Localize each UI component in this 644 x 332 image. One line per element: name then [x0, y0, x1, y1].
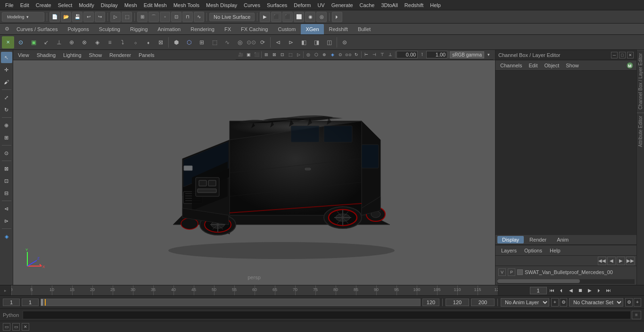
vp-menu-renderer[interactable]: Renderer — [107, 51, 134, 59]
xgen-tool-21[interactable]: ⟳ — [256, 36, 269, 49]
current-frame-input[interactable] — [3, 299, 20, 306]
tab-curves-surfaces[interactable]: Curves / Surfaces — [12, 24, 62, 34]
snap-to-curve[interactable]: ⌒ — [149, 12, 159, 22]
vp-icon-20[interactable]: ⊺ — [418, 51, 426, 58]
menu-edit[interactable]: Edit — [17, 1, 33, 9]
vp-coord-x-input[interactable] — [396, 51, 418, 58]
menu-redshift[interactable]: Redshift — [401, 1, 427, 9]
cb-close-btn[interactable]: ✕ — [627, 52, 634, 58]
layers-btn-2[interactable]: ◀ — [607, 257, 616, 265]
attribute-editor-tab[interactable]: Attribute Editor — [637, 113, 644, 150]
vp-icon-15[interactable]: ↻ — [353, 51, 360, 58]
cb-max-btn[interactable]: □ — [619, 52, 626, 58]
tool18[interactable]: ⊳ — [1, 215, 12, 227]
menu-edit-mesh[interactable]: Edit Mesh — [140, 1, 170, 9]
timeline-ruler[interactable]: 0510152025303540455055606570758085909510… — [11, 285, 498, 296]
menu-help[interactable]: Help — [427, 1, 444, 9]
snap-to-view[interactable]: ⊡ — [171, 12, 182, 22]
char-set-btn-2[interactable]: + — [634, 298, 641, 307]
step-fwd-btn[interactable]: ⏵ — [595, 286, 603, 295]
menu-select[interactable]: Select — [55, 1, 76, 9]
vp-icon-2[interactable]: ▣ — [245, 51, 252, 58]
layers-menu-layers[interactable]: Layers — [498, 247, 520, 254]
xgen-tool-15[interactable]: ⬡ — [183, 36, 195, 49]
viewport[interactable]: X Y Z persp — [13, 60, 495, 285]
menu-surfaces[interactable]: Surfaces — [264, 1, 290, 9]
layers-btn-1[interactable]: ◀◀ — [598, 257, 606, 265]
xgen-tool-3[interactable]: ▣ — [27, 36, 40, 49]
vp-cam-icon[interactable]: 🎥 — [237, 51, 244, 58]
extra-btn-1[interactable]: ⏵ — [332, 12, 342, 22]
xgen-tool-5[interactable]: ⊥ — [53, 36, 65, 49]
vp-icon-19[interactable]: ⊥ — [387, 51, 394, 58]
render2-btn[interactable]: ⬛ — [271, 12, 281, 22]
vp-menu-panels[interactable]: Panels — [136, 51, 157, 59]
go-end-btn[interactable]: ⏭ — [604, 286, 613, 295]
vp-icon-13[interactable]: ⊙ — [337, 51, 344, 58]
menu-uv[interactable]: UV — [314, 1, 328, 9]
xgen-tool-27[interactable]: ⊜ — [339, 36, 351, 49]
current-frame-right[interactable] — [530, 287, 547, 294]
xgen-tool-16[interactable]: ⊞ — [196, 36, 208, 49]
go-start-btn[interactable]: ⏮ — [548, 286, 556, 295]
tab-settings-gear[interactable]: ⚙ — [3, 25, 11, 33]
python-panel-btn[interactable]: ≡ — [632, 311, 641, 319]
xgen-tool-26[interactable]: ◫ — [323, 36, 335, 49]
tab-rigging[interactable]: Rigging — [125, 24, 152, 34]
menu-cache[interactable]: Cache — [356, 1, 378, 9]
xgen-tool-10[interactable]: ⤵ — [116, 36, 129, 49]
render5-btn[interactable]: ◉ — [305, 12, 315, 22]
component-btn[interactable]: ⊞ — [1, 132, 12, 143]
render3-btn[interactable]: ⬛ — [282, 12, 293, 22]
char-set-btn-1[interactable]: ⚙ — [625, 298, 633, 307]
menu-deform[interactable]: Deform — [290, 1, 314, 9]
tab-fx[interactable]: FX — [220, 24, 236, 34]
cb-menu-channels[interactable]: Channels — [497, 62, 525, 69]
move-tool-btn[interactable]: ✛ — [1, 64, 12, 75]
snap-tool-4[interactable]: ⊓ — [182, 12, 193, 22]
xgen-tool-7[interactable]: ⊗ — [78, 36, 91, 49]
xgen-tool-20[interactable]: ⊙⊙ — [247, 36, 256, 49]
tab-polygons[interactable]: Polygons — [63, 24, 93, 34]
undo-btn[interactable]: ↩ — [83, 12, 94, 22]
menu-mesh-tools[interactable]: Mesh Tools — [170, 1, 203, 9]
xgen-tool-1[interactable]: ✕ — [2, 36, 14, 49]
play-back-btn[interactable]: ◀ — [567, 286, 575, 295]
xgen-tool-8[interactable]: ◈ — [91, 36, 103, 49]
layer-item[interactable]: V P SWAT_Van_Bulletproof_Mercedes_00 — [496, 267, 636, 277]
xgen-tool-23[interactable]: ⊳ — [285, 36, 297, 49]
xgen-tool-2[interactable]: ⊙ — [15, 36, 27, 49]
xgen-tool-12[interactable]: ⬧ — [142, 36, 154, 49]
cb-menu-show[interactable]: Show — [563, 62, 582, 69]
tab-bullet[interactable]: Bullet — [353, 24, 376, 34]
open-scene-btn[interactable]: 📂 — [61, 12, 71, 22]
vp-icon-8[interactable]: ▷ — [295, 51, 302, 58]
python-input-area[interactable] — [23, 311, 631, 319]
range-end-input[interactable] — [422, 299, 439, 306]
menu-mesh[interactable]: Mesh — [121, 1, 140, 9]
tab-custom[interactable]: Custom — [273, 24, 301, 34]
vp-icon-12[interactable]: ◈ — [329, 51, 336, 58]
win-close-btn[interactable]: ✕ — [22, 323, 29, 331]
vp-icon-3[interactable]: ⬛ — [253, 51, 260, 58]
anim-layer-btn-2[interactable]: ⚙ — [560, 298, 567, 307]
step-back-btn[interactable]: ⏴ — [557, 286, 566, 295]
anim-layer-btn-1[interactable]: + — [551, 298, 559, 307]
tab-xgen[interactable]: XGen — [301, 24, 323, 34]
vp-menu-show[interactable]: Show — [86, 51, 105, 59]
cb-menu-edit[interactable]: Edit — [526, 62, 540, 69]
vp-icon-17[interactable]: ⊣ — [371, 51, 378, 58]
snap-to-grid[interactable]: ⊞ — [137, 12, 148, 22]
layers-menu-help[interactable]: Help — [547, 247, 563, 254]
tab-redshift[interactable]: Redshift — [324, 24, 353, 34]
layers-menu-options[interactable]: Options — [521, 247, 545, 254]
xgen-tool-18[interactable]: ∿ — [221, 36, 233, 49]
vp-menu-lighting[interactable]: Lighting — [60, 51, 84, 59]
layers-btn-4[interactable]: ▶▶ — [626, 257, 635, 265]
menu-display[interactable]: Display — [98, 1, 121, 9]
snap-to-point[interactable]: ◦ — [160, 12, 170, 22]
vp-icon-4[interactable]: ⊞ — [263, 51, 270, 58]
layers-btn-3[interactable]: ▶ — [617, 257, 625, 265]
anim-end-input-2[interactable] — [471, 299, 495, 306]
new-scene-btn[interactable]: 📄 — [50, 12, 60, 22]
